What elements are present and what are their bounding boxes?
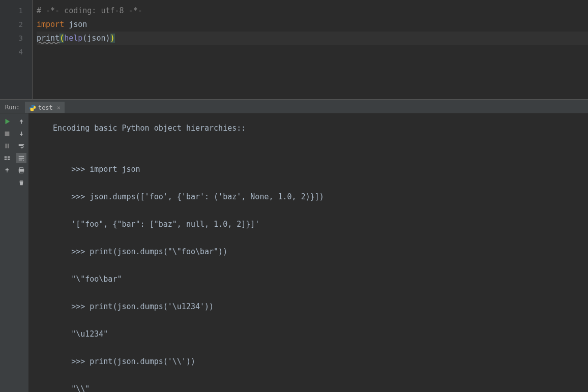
run-tab[interactable]: test × bbox=[25, 102, 65, 113]
pin-button[interactable] bbox=[2, 165, 12, 175]
soft-wrap-button[interactable] bbox=[16, 141, 26, 151]
run-tools-right bbox=[14, 113, 28, 392]
output-heading: Encoding basic Python object hierarchies… bbox=[53, 122, 584, 135]
svg-rect-7 bbox=[20, 168, 23, 169]
svg-rect-1 bbox=[6, 144, 7, 148]
output-line: "\u1234" bbox=[53, 327, 584, 341]
stop-button[interactable] bbox=[2, 129, 12, 139]
editor-gutter: 1 2 3 4 bbox=[0, 0, 33, 99]
svg-rect-3 bbox=[5, 157, 7, 158]
output-line: >>> print(json.dumps('\u1234')) bbox=[53, 300, 584, 314]
rerun-button[interactable] bbox=[2, 116, 12, 127]
line-number: 1 bbox=[0, 4, 23, 18]
scroll-up-button[interactable] bbox=[16, 116, 26, 127]
line-number: 2 bbox=[0, 18, 23, 32]
svg-rect-4 bbox=[8, 157, 10, 158]
builtin-print: print bbox=[37, 34, 60, 43]
paren-close: ) bbox=[110, 34, 115, 43]
layout-button[interactable] bbox=[2, 153, 12, 163]
output-line: "\\" bbox=[53, 382, 584, 392]
line-number: 4 bbox=[0, 45, 23, 59]
line-number: 3 bbox=[0, 32, 23, 45]
output-line: >>> print(json.dumps("\"foo\bar")) bbox=[53, 245, 584, 259]
tab-label: test bbox=[38, 104, 53, 111]
paren-open: ( bbox=[60, 34, 64, 43]
python-icon bbox=[29, 104, 36, 111]
print-button[interactable] bbox=[16, 165, 26, 175]
code-comment: # -*- coding: utf-8 -*- bbox=[37, 6, 142, 15]
arg-json: json bbox=[87, 34, 105, 43]
builtin-help: help bbox=[64, 34, 82, 43]
output-line: "\"foo\bar" bbox=[53, 273, 584, 286]
scroll-to-end-button[interactable] bbox=[16, 153, 26, 163]
scroll-down-button[interactable] bbox=[16, 129, 26, 139]
code-editor[interactable]: # -*- coding: utf-8 -*- import json prin… bbox=[33, 0, 588, 99]
svg-rect-6 bbox=[8, 159, 10, 160]
output-line: >>> import json bbox=[53, 163, 584, 176]
run-label: Run: bbox=[0, 104, 25, 111]
run-toolbar: Run: test × bbox=[0, 101, 588, 113]
output-line: >>> print(json.dumps('\\')) bbox=[53, 355, 584, 369]
close-tab-icon[interactable]: × bbox=[57, 104, 61, 111]
keyword-import: import bbox=[37, 20, 64, 29]
console-output[interactable]: Encoding basic Python object hierarchies… bbox=[28, 113, 588, 392]
output-line: >>> json.dumps(['foo', {'bar': ('baz', N… bbox=[53, 190, 584, 204]
svg-rect-5 bbox=[5, 159, 7, 160]
run-tools-left bbox=[0, 113, 14, 392]
svg-rect-2 bbox=[8, 144, 9, 148]
svg-rect-0 bbox=[5, 132, 10, 136]
module-json: json bbox=[69, 20, 87, 29]
pause-button[interactable] bbox=[2, 141, 12, 151]
output-line: '["foo", {"bar": ["baz", null, 1.0, 2]}]… bbox=[53, 218, 584, 231]
trash-button[interactable] bbox=[16, 177, 26, 188]
